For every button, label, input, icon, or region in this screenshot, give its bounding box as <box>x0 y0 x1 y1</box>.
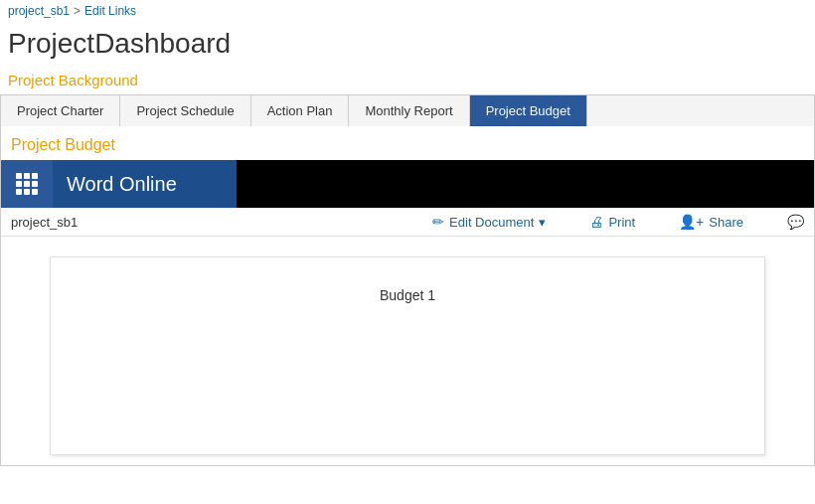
tab-action-plan[interactable]: Action Plan <box>251 95 350 126</box>
doc-content-text: Budget 1 <box>380 287 435 303</box>
waffle-dot <box>24 189 30 195</box>
pencil-icon: ✏ <box>432 214 444 230</box>
tab-monthly-report[interactable]: Monthly Report <box>349 95 469 126</box>
word-online-rest <box>237 160 814 208</box>
waffle-dot <box>24 173 30 179</box>
waffle-dot <box>16 181 22 187</box>
section-heading: Project Background <box>0 70 815 94</box>
waffle-dot <box>16 189 22 195</box>
tab-project-schedule[interactable]: Project Schedule <box>120 95 250 126</box>
word-online-title: Word Online <box>53 160 237 208</box>
breadcrumb-link-edit[interactable]: Edit Links <box>84 4 136 18</box>
print-button[interactable]: 🖨 Print <box>589 214 635 230</box>
waffle-dot <box>16 173 22 179</box>
waffle-button[interactable] <box>1 160 53 208</box>
waffle-icon <box>16 173 38 195</box>
doc-toolbar: project_sb1 ✏ Edit Document ▾ 🖨 Print 👤+… <box>1 208 814 237</box>
tab-content-area: Project Budget Word Online project_sb1 ✏… <box>0 126 815 466</box>
edit-document-button[interactable]: ✏ Edit Document ▾ <box>432 214 546 230</box>
comment-icon: 💬 <box>787 214 804 230</box>
waffle-dot <box>32 181 38 187</box>
share-label: Share <box>709 215 743 230</box>
waffle-dot <box>32 189 38 195</box>
page-title: ProjectDashboard <box>0 22 815 70</box>
edit-document-label: Edit Document <box>449 215 534 230</box>
tab-content-title: Project Budget <box>1 126 814 160</box>
edit-document-chevron: ▾ <box>539 215 546 230</box>
breadcrumb: project_sb1 > Edit Links <box>0 0 815 22</box>
word-online-bar: Word Online <box>1 160 814 208</box>
doc-filename: project_sb1 <box>11 215 78 230</box>
breadcrumb-separator: > <box>74 4 81 18</box>
tab-project-charter[interactable]: Project Charter <box>1 95 120 126</box>
printer-icon: 🖨 <box>589 214 603 230</box>
breadcrumb-link-project[interactable]: project_sb1 <box>8 4 70 18</box>
tabs-container: Project Charter Project Schedule Action … <box>0 94 815 126</box>
share-icon: 👤+ <box>679 214 704 230</box>
print-label: Print <box>608 215 635 230</box>
doc-body: Budget 1 <box>1 237 814 465</box>
comment-button[interactable]: 💬 <box>787 214 804 230</box>
waffle-dot <box>32 173 38 179</box>
doc-page: Budget 1 <box>50 256 765 455</box>
share-button[interactable]: 👤+ Share <box>679 214 743 230</box>
waffle-dot <box>24 181 30 187</box>
tab-project-budget[interactable]: Project Budget <box>470 95 587 126</box>
